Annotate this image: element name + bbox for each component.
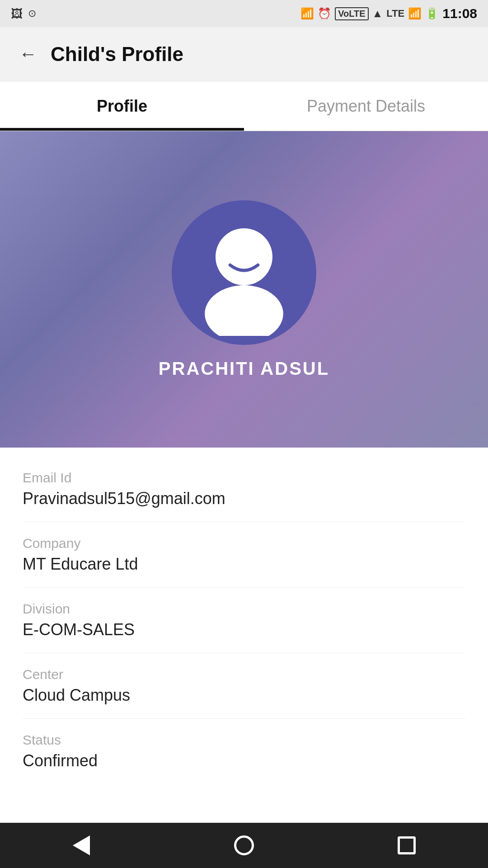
nav-back-button[interactable] — [63, 827, 99, 863]
image-status-icon: 🖼 — [11, 7, 23, 21]
nav-recents-button[interactable] — [389, 827, 425, 863]
avatar-name: PRACHITI ADSUL — [159, 359, 329, 379]
tab-bar: Profile Payment Details — [0, 81, 488, 131]
app-bar-title: Child's Profile — [51, 43, 183, 66]
detail-division-label: Division — [23, 601, 465, 617]
detail-email-value: Pravinadsul515@gmail.com — [23, 489, 465, 508]
camera-status-icon: ⊙ — [28, 8, 36, 19]
profile-details: Email Id Pravinadsul515@gmail.com Compan… — [0, 448, 488, 793]
tab-profile-label: Profile — [97, 97, 147, 116]
detail-division: Division E-COM-SALES — [23, 588, 465, 653]
detail-email-label: Email Id — [23, 470, 465, 486]
back-arrow-icon: ← — [19, 44, 37, 64]
svg-point-1 — [205, 285, 283, 336]
avatar-svg — [181, 209, 307, 336]
tab-active-indicator — [0, 128, 244, 131]
signal2-icon: 📶 — [408, 7, 422, 20]
status-bar: 🖼 ⊙ 📶 ⏰ VoLTE ▲ LTE 📶 🔋 11:08 — [0, 0, 488, 27]
svg-point-0 — [216, 228, 272, 285]
detail-company: Company MT Educare Ltd — [23, 522, 465, 588]
wifi-icon: ▲ — [372, 7, 383, 20]
detail-company-label: Company — [23, 536, 465, 551]
volte-icon: VoLTE — [335, 7, 368, 20]
avatar-section: PRACHITI ADSUL — [0, 131, 488, 448]
detail-status-value: Confirmed — [23, 751, 465, 770]
battery-icon: 🔋 — [425, 7, 439, 20]
detail-division-value: E-COM-SALES — [23, 620, 465, 639]
recents-nav-icon — [398, 836, 416, 854]
home-nav-icon — [234, 835, 254, 855]
signal-icon: 📶 — [300, 7, 314, 20]
detail-center: Center Cloud Campus — [23, 653, 465, 719]
tab-profile[interactable]: Profile — [0, 81, 244, 131]
tab-payment-label: Payment Details — [307, 97, 425, 116]
lte-label: LTE — [386, 8, 404, 19]
tab-payment[interactable]: Payment Details — [244, 81, 488, 131]
detail-center-value: Cloud Campus — [23, 686, 465, 705]
back-button[interactable]: ← — [14, 41, 42, 68]
detail-status: Status Confirmed — [23, 719, 465, 784]
bottom-nav — [0, 823, 488, 868]
back-nav-icon — [73, 835, 90, 855]
avatar-circle — [172, 200, 316, 345]
detail-status-label: Status — [23, 732, 465, 748]
nav-home-button[interactable] — [226, 827, 262, 863]
status-time: 11:08 — [442, 6, 477, 21]
detail-company-value: MT Educare Ltd — [23, 555, 465, 574]
status-bar-right: 📶 ⏰ VoLTE ▲ LTE 📶 🔋 11:08 — [300, 6, 477, 21]
alarm-icon: ⏰ — [318, 7, 331, 20]
app-bar: ← Child's Profile — [0, 27, 488, 81]
detail-email: Email Id Pravinadsul515@gmail.com — [23, 457, 465, 522]
detail-center-label: Center — [23, 667, 465, 682]
status-bar-left: 🖼 ⊙ — [11, 7, 36, 21]
